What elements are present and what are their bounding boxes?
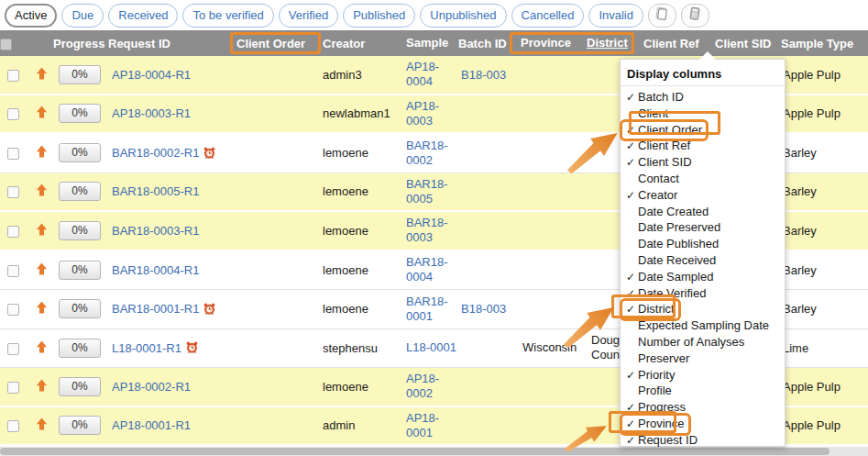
column-header-progress[interactable]: Progress — [53, 37, 108, 50]
creator-cell: lemoene — [323, 380, 406, 394]
creator-cell: lemoene — [323, 184, 406, 198]
request-id-link[interactable]: BAR18-0001-R1 — [112, 302, 199, 316]
sample-link[interactable]: AP18-0004 — [406, 60, 439, 88]
filter-tab-published[interactable]: Published — [343, 4, 415, 28]
sample-link[interactable]: AP18-0001 — [406, 411, 439, 439]
row-checkbox[interactable] — [7, 382, 19, 394]
display-column-menu-item[interactable]: Number of Analyses — [621, 334, 785, 350]
column-header-creator[interactable]: Creator — [323, 37, 406, 50]
request-id-link[interactable]: BAR18-0002-R1 — [112, 146, 199, 160]
menu-item-label: Date Sampled — [638, 270, 713, 284]
column-header-district[interactable]: District — [587, 36, 643, 50]
column-header-batch-id[interactable]: Batch ID — [458, 37, 521, 50]
creator-cell: lemoene — [323, 146, 406, 160]
progress-badge: 0% — [59, 416, 101, 435]
display-column-menu-item[interactable]: Preserver — [621, 350, 785, 367]
display-column-menu-item[interactable]: Contact — [621, 171, 785, 187]
row-checkbox[interactable] — [7, 148, 19, 160]
request-id-link[interactable]: AP18-0001-R1 — [112, 418, 191, 432]
filter-tab-label: Cancelled — [522, 8, 575, 22]
sample-link[interactable]: AP18-0002 — [406, 372, 439, 400]
row-checkbox[interactable] — [7, 265, 19, 277]
sample-type-cell: Barley — [781, 184, 868, 198]
creator-cell: admin3 — [323, 68, 406, 82]
request-id-link[interactable]: L18-0001-R1 — [112, 341, 181, 355]
sample-link[interactable]: BAR18-0001 — [406, 295, 448, 323]
progress-badge: 0% — [59, 261, 101, 280]
filter-tab-received[interactable]: Received — [108, 4, 178, 28]
request-id-link[interactable]: AP18-0002-R1 — [112, 380, 191, 394]
display-column-menu-item[interactable]: ✓Request ID — [621, 432, 785, 449]
display-column-menu-item[interactable]: Date Created — [621, 204, 785, 220]
select-all-checkbox[interactable] — [0, 39, 12, 50]
row-checkbox[interactable] — [7, 304, 19, 316]
column-header-client-ref[interactable]: Client Ref — [643, 37, 715, 50]
sample-link[interactable]: AP18-0003 — [406, 99, 439, 128]
batch-id-link[interactable]: B18-003 — [461, 302, 506, 316]
sample-link[interactable]: L18-0001 — [406, 340, 456, 354]
display-column-menu-item[interactable]: ✓Creator — [621, 187, 785, 204]
filter-tab-label: Received — [118, 8, 168, 22]
display-column-menu-item[interactable]: ✓Date Verified — [621, 285, 785, 302]
display-column-menu-item[interactable]: Profile — [621, 383, 785, 399]
filter-tab-cancelled[interactable]: Cancelled — [511, 4, 585, 28]
display-column-menu-item[interactable]: ✓Batch ID — [621, 89, 785, 106]
sample-link[interactable]: BAR18-0005 — [406, 177, 448, 206]
request-id-link[interactable]: AP18-0004-R1 — [112, 68, 191, 82]
display-column-menu-item[interactable]: ✓District — [621, 301, 785, 317]
sample-link[interactable]: BAR18-0003 — [406, 216, 448, 244]
batch-id-link[interactable]: B18-003 — [461, 68, 506, 82]
display-column-menu-item[interactable]: ✓Client SID — [621, 154, 785, 171]
display-column-menu-item[interactable]: ✓Province — [621, 416, 785, 432]
column-header-sample-type[interactable]: Sample Type — [781, 37, 868, 50]
row-checkbox[interactable] — [7, 186, 19, 198]
request-id-link[interactable]: AP18-0003-R1 — [112, 106, 191, 120]
display-columns-dropdown: Display columns ✓Batch ID Client ✓Client… — [620, 59, 786, 447]
progress-badge: 0% — [59, 104, 101, 123]
display-column-menu-item[interactable]: ✓Progress — [621, 399, 785, 416]
row-checkbox[interactable] — [7, 343, 19, 355]
province-cell: Wisconsin — [521, 340, 587, 355]
row-checkbox[interactable] — [7, 226, 19, 238]
column-header-province[interactable]: Province — [521, 36, 587, 50]
display-column-menu-item[interactable]: ✓Client Order — [621, 122, 785, 139]
sample-link[interactable]: BAR18-0002 — [406, 139, 448, 167]
display-column-menu-item[interactable]: Date Published — [621, 236, 785, 252]
request-id-link[interactable]: BAR18-0004-R1 — [112, 263, 199, 277]
column-header-request-id[interactable]: Request ID — [108, 37, 231, 50]
row-checkbox[interactable] — [7, 420, 19, 432]
display-column-menu-item[interactable]: Expected Sampling Date — [621, 317, 785, 334]
late-alarm-icon — [203, 146, 216, 161]
filter-tab-bar: ActiveDueReceivedTo be verifiedVerifiedP… — [0, 0, 868, 30]
column-header-client-sid[interactable]: Client SID — [715, 37, 781, 50]
filter-tab-to-be-verified[interactable]: To be verified — [182, 4, 273, 28]
calculator-button[interactable] — [681, 4, 709, 28]
display-column-menu-item[interactable]: ✓Date Sampled — [621, 269, 785, 285]
column-header-client-order[interactable]: Client Order — [231, 37, 323, 50]
scrollbar-thumb[interactable] — [0, 448, 830, 455]
late-alarm-icon — [203, 302, 216, 317]
display-column-menu-item[interactable]: Date Preserved — [621, 219, 785, 236]
checkmark-icon: ✓ — [626, 123, 638, 139]
display-column-menu-item[interactable]: ✓Priority — [621, 367, 785, 384]
filter-tab-verified[interactable]: Verified — [279, 4, 338, 28]
filter-tab-unpublished[interactable]: Unpublished — [420, 4, 506, 28]
filter-tab-invalid[interactable]: Invalid — [588, 4, 643, 28]
menu-item-label: Client — [638, 106, 668, 120]
column-header-sample[interactable]: Sample — [406, 36, 458, 50]
filter-tab-active[interactable]: Active — [5, 4, 57, 28]
filter-tab-due[interactable]: Due — [61, 4, 104, 28]
display-column-menu-item[interactable]: Date Received — [621, 252, 785, 269]
checkmark-icon: ✓ — [626, 302, 638, 318]
row-checkbox[interactable] — [7, 108, 19, 120]
menu-item-label: Priority — [638, 368, 675, 382]
request-id-link[interactable]: BAR18-0005-R1 — [112, 184, 199, 198]
filter-tab-label: Invalid — [599, 8, 633, 22]
row-checkbox[interactable] — [7, 70, 19, 82]
display-column-menu-item[interactable]: Client — [621, 106, 785, 122]
late-alarm-icon — [185, 340, 199, 355]
display-column-menu-item[interactable]: ✓Client Ref — [621, 138, 785, 154]
sample-link[interactable]: BAR18-0004 — [406, 255, 448, 284]
request-id-link[interactable]: BAR18-0003-R1 — [112, 224, 199, 238]
clipboard-button[interactable] — [648, 4, 676, 28]
